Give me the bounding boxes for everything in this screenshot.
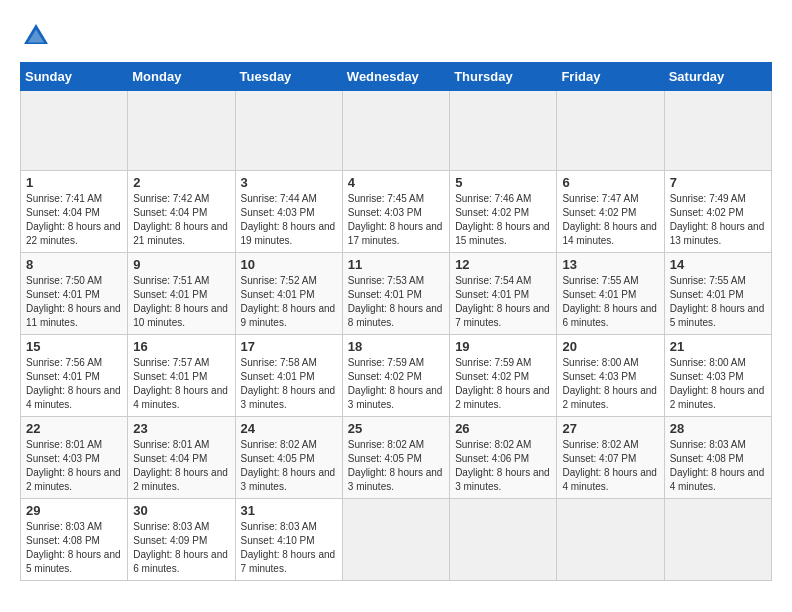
- day-number: 13: [562, 257, 658, 272]
- calendar-cell: 2Sunrise: 7:42 AMSunset: 4:04 PMDaylight…: [128, 171, 235, 253]
- cell-content: Sunrise: 8:02 AMSunset: 4:06 PMDaylight:…: [455, 438, 551, 494]
- calendar-cell: 14Sunrise: 7:55 AMSunset: 4:01 PMDayligh…: [664, 253, 771, 335]
- cell-content: Sunrise: 7:49 AMSunset: 4:02 PMDaylight:…: [670, 192, 766, 248]
- day-number: 30: [133, 503, 229, 518]
- weekday-header-sunday: Sunday: [21, 63, 128, 91]
- day-number: 29: [26, 503, 122, 518]
- cell-content: Sunrise: 8:02 AMSunset: 4:05 PMDaylight:…: [348, 438, 444, 494]
- logo: [20, 20, 56, 52]
- cell-content: Sunrise: 7:55 AMSunset: 4:01 PMDaylight:…: [670, 274, 766, 330]
- day-number: 23: [133, 421, 229, 436]
- calendar-cell: 7Sunrise: 7:49 AMSunset: 4:02 PMDaylight…: [664, 171, 771, 253]
- day-number: 18: [348, 339, 444, 354]
- day-number: 17: [241, 339, 337, 354]
- cell-content: Sunrise: 7:59 AMSunset: 4:02 PMDaylight:…: [348, 356, 444, 412]
- calendar-cell: 30Sunrise: 8:03 AMSunset: 4:09 PMDayligh…: [128, 499, 235, 581]
- calendar-cell: 12Sunrise: 7:54 AMSunset: 4:01 PMDayligh…: [450, 253, 557, 335]
- cell-content: Sunrise: 7:45 AMSunset: 4:03 PMDaylight:…: [348, 192, 444, 248]
- cell-content: Sunrise: 7:55 AMSunset: 4:01 PMDaylight:…: [562, 274, 658, 330]
- calendar-cell: 24Sunrise: 8:02 AMSunset: 4:05 PMDayligh…: [235, 417, 342, 499]
- calendar-cell: 23Sunrise: 8:01 AMSunset: 4:04 PMDayligh…: [128, 417, 235, 499]
- cell-content: Sunrise: 8:02 AMSunset: 4:07 PMDaylight:…: [562, 438, 658, 494]
- cell-content: Sunrise: 8:03 AMSunset: 4:09 PMDaylight:…: [133, 520, 229, 576]
- calendar-cell: 5Sunrise: 7:46 AMSunset: 4:02 PMDaylight…: [450, 171, 557, 253]
- calendar-cell: 22Sunrise: 8:01 AMSunset: 4:03 PMDayligh…: [21, 417, 128, 499]
- calendar-cell: 29Sunrise: 8:03 AMSunset: 4:08 PMDayligh…: [21, 499, 128, 581]
- calendar-cell: [21, 91, 128, 171]
- day-number: 1: [26, 175, 122, 190]
- cell-content: Sunrise: 8:03 AMSunset: 4:08 PMDaylight:…: [670, 438, 766, 494]
- calendar-cell: 26Sunrise: 8:02 AMSunset: 4:06 PMDayligh…: [450, 417, 557, 499]
- cell-content: Sunrise: 7:53 AMSunset: 4:01 PMDaylight:…: [348, 274, 444, 330]
- cell-content: Sunrise: 7:50 AMSunset: 4:01 PMDaylight:…: [26, 274, 122, 330]
- calendar-cell: 1Sunrise: 7:41 AMSunset: 4:04 PMDaylight…: [21, 171, 128, 253]
- weekday-header-row: SundayMondayTuesdayWednesdayThursdayFrid…: [21, 63, 772, 91]
- cell-content: Sunrise: 7:58 AMSunset: 4:01 PMDaylight:…: [241, 356, 337, 412]
- calendar-cell: [557, 91, 664, 171]
- cell-content: Sunrise: 7:41 AMSunset: 4:04 PMDaylight:…: [26, 192, 122, 248]
- calendar-cell: [450, 91, 557, 171]
- calendar-cell: 13Sunrise: 7:55 AMSunset: 4:01 PMDayligh…: [557, 253, 664, 335]
- calendar-cell: 15Sunrise: 7:56 AMSunset: 4:01 PMDayligh…: [21, 335, 128, 417]
- day-number: 6: [562, 175, 658, 190]
- day-number: 7: [670, 175, 766, 190]
- day-number: 11: [348, 257, 444, 272]
- calendar-week-row: 29Sunrise: 8:03 AMSunset: 4:08 PMDayligh…: [21, 499, 772, 581]
- cell-content: Sunrise: 8:01 AMSunset: 4:03 PMDaylight:…: [26, 438, 122, 494]
- calendar-cell: 19Sunrise: 7:59 AMSunset: 4:02 PMDayligh…: [450, 335, 557, 417]
- day-number: 31: [241, 503, 337, 518]
- calendar-week-row: 1Sunrise: 7:41 AMSunset: 4:04 PMDaylight…: [21, 171, 772, 253]
- cell-content: Sunrise: 8:03 AMSunset: 4:08 PMDaylight:…: [26, 520, 122, 576]
- cell-content: Sunrise: 8:03 AMSunset: 4:10 PMDaylight:…: [241, 520, 337, 576]
- day-number: 22: [26, 421, 122, 436]
- day-number: 24: [241, 421, 337, 436]
- calendar-week-row: [21, 91, 772, 171]
- cell-content: Sunrise: 7:59 AMSunset: 4:02 PMDaylight:…: [455, 356, 551, 412]
- cell-content: Sunrise: 7:57 AMSunset: 4:01 PMDaylight:…: [133, 356, 229, 412]
- calendar-cell: [128, 91, 235, 171]
- weekday-header-saturday: Saturday: [664, 63, 771, 91]
- day-number: 2: [133, 175, 229, 190]
- calendar-cell: 9Sunrise: 7:51 AMSunset: 4:01 PMDaylight…: [128, 253, 235, 335]
- cell-content: Sunrise: 7:52 AMSunset: 4:01 PMDaylight:…: [241, 274, 337, 330]
- calendar-cell: [342, 91, 449, 171]
- weekday-header-tuesday: Tuesday: [235, 63, 342, 91]
- calendar-cell: [664, 91, 771, 171]
- calendar-cell: 10Sunrise: 7:52 AMSunset: 4:01 PMDayligh…: [235, 253, 342, 335]
- cell-content: Sunrise: 7:44 AMSunset: 4:03 PMDaylight:…: [241, 192, 337, 248]
- calendar-cell: 11Sunrise: 7:53 AMSunset: 4:01 PMDayligh…: [342, 253, 449, 335]
- calendar-cell: [664, 499, 771, 581]
- calendar-cell: 3Sunrise: 7:44 AMSunset: 4:03 PMDaylight…: [235, 171, 342, 253]
- calendar-cell: 17Sunrise: 7:58 AMSunset: 4:01 PMDayligh…: [235, 335, 342, 417]
- cell-content: Sunrise: 8:00 AMSunset: 4:03 PMDaylight:…: [670, 356, 766, 412]
- day-number: 26: [455, 421, 551, 436]
- weekday-header-thursday: Thursday: [450, 63, 557, 91]
- calendar-cell: [235, 91, 342, 171]
- cell-content: Sunrise: 7:47 AMSunset: 4:02 PMDaylight:…: [562, 192, 658, 248]
- cell-content: Sunrise: 8:02 AMSunset: 4:05 PMDaylight:…: [241, 438, 337, 494]
- day-number: 16: [133, 339, 229, 354]
- day-number: 8: [26, 257, 122, 272]
- day-number: 15: [26, 339, 122, 354]
- calendar-cell: 31Sunrise: 8:03 AMSunset: 4:10 PMDayligh…: [235, 499, 342, 581]
- day-number: 12: [455, 257, 551, 272]
- page-header: [20, 20, 772, 52]
- calendar-cell: 27Sunrise: 8:02 AMSunset: 4:07 PMDayligh…: [557, 417, 664, 499]
- calendar-cell: 25Sunrise: 8:02 AMSunset: 4:05 PMDayligh…: [342, 417, 449, 499]
- day-number: 3: [241, 175, 337, 190]
- day-number: 28: [670, 421, 766, 436]
- calendar-cell: 4Sunrise: 7:45 AMSunset: 4:03 PMDaylight…: [342, 171, 449, 253]
- calendar-cell: 16Sunrise: 7:57 AMSunset: 4:01 PMDayligh…: [128, 335, 235, 417]
- calendar-cell: [557, 499, 664, 581]
- calendar-cell: 21Sunrise: 8:00 AMSunset: 4:03 PMDayligh…: [664, 335, 771, 417]
- cell-content: Sunrise: 8:01 AMSunset: 4:04 PMDaylight:…: [133, 438, 229, 494]
- calendar-cell: [342, 499, 449, 581]
- logo-icon: [20, 20, 52, 52]
- day-number: 19: [455, 339, 551, 354]
- day-number: 4: [348, 175, 444, 190]
- day-number: 21: [670, 339, 766, 354]
- calendar-week-row: 15Sunrise: 7:56 AMSunset: 4:01 PMDayligh…: [21, 335, 772, 417]
- cell-content: Sunrise: 7:54 AMSunset: 4:01 PMDaylight:…: [455, 274, 551, 330]
- calendar-table: SundayMondayTuesdayWednesdayThursdayFrid…: [20, 62, 772, 581]
- cell-content: Sunrise: 8:00 AMSunset: 4:03 PMDaylight:…: [562, 356, 658, 412]
